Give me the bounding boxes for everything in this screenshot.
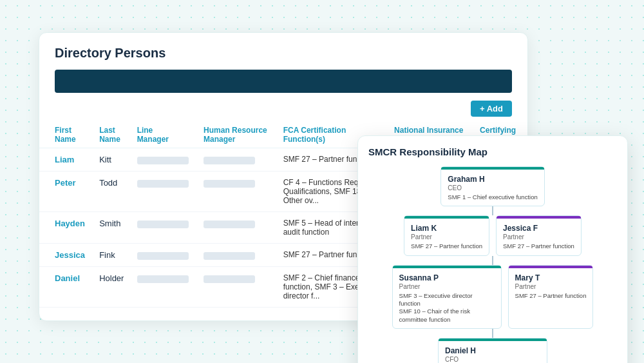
node-func-jessica: SMF 27 – Partner function: [503, 242, 574, 250]
cell-hr-manager: [198, 148, 278, 172]
cell-first-name[interactable]: Liam: [39, 148, 94, 172]
cell-hr-manager: [198, 244, 278, 267]
add-button[interactable]: + Add: [471, 101, 512, 117]
search-bar[interactable]: [55, 70, 512, 93]
col-line-manager: LineManager: [132, 122, 198, 148]
cell-first-name[interactable]: Hayden: [39, 212, 94, 244]
node-name-daniel: Daniel H: [445, 346, 540, 355]
node-bar-mary: [509, 266, 593, 268]
node-role-mary: Partner: [515, 283, 587, 290]
node-bar-jessica: [497, 216, 581, 219]
cell-last-name: Fink: [94, 244, 132, 267]
node-bar-susanna: [393, 266, 501, 268]
node-role-daniel: CFO: [445, 356, 540, 363]
connector-1: [492, 206, 493, 215]
org-chart: Graham H CEO SMF 1 – Chief executive fun…: [368, 166, 617, 363]
cell-hr-manager: [198, 267, 278, 308]
cell-last-name: Holder: [94, 267, 132, 308]
cell-last-name: Todd: [94, 172, 132, 212]
connector-2: [492, 256, 493, 265]
cell-last-name: Smith: [94, 212, 132, 244]
node-name-liam: Liam K: [411, 224, 482, 233]
cell-first-name[interactable]: Daniel: [39, 267, 94, 308]
node-bar-graham: [441, 167, 544, 170]
org-row-level3: Susanna P Partner SMF 3 – Executive dire…: [392, 265, 594, 329]
col-hr-manager: Human ResourceManager: [198, 122, 278, 148]
node-role-jessica: Partner: [503, 233, 574, 240]
cell-line-manager: [132, 244, 198, 267]
node-role-susanna: Partner: [399, 283, 495, 290]
node-func-graham: SMF 1 – Chief executive function: [448, 193, 537, 201]
cell-line-manager: [132, 148, 198, 172]
col-last-name: LastName: [94, 122, 132, 148]
node-name-mary: Mary T: [515, 273, 587, 282]
cell-line-manager: [132, 212, 198, 244]
node-bar-liam: [404, 216, 489, 219]
org-node-susanna: Susanna P Partner SMF 3 – Executive dire…: [392, 265, 502, 329]
node-name-susanna: Susanna P: [399, 273, 495, 282]
org-node-mary: Mary T Partner SMF 27 – Partner function: [508, 265, 594, 329]
node-func-liam: SMF 27 – Partner function: [411, 242, 482, 250]
cell-last-name: Kitt: [94, 148, 132, 172]
cell-first-name[interactable]: Peter: [39, 172, 94, 212]
node-func-mary: SMF 27 – Partner function: [515, 292, 587, 300]
smcr-panel: SMCR Responsibility Map Graham H CEO SMF…: [357, 135, 628, 363]
org-node-daniel: Daniel H CFO SMF 2 – Chief finance funct…: [438, 338, 547, 363]
node-name-graham: Graham H: [448, 175, 537, 184]
org-node-graham: Graham H CEO SMF 1 – Chief executive fun…: [440, 166, 544, 206]
node-name-jessica: Jessica F: [503, 224, 574, 233]
connector-3: [492, 329, 493, 338]
node-bar-daniel: [439, 338, 547, 341]
cell-hr-manager: [198, 212, 278, 244]
node-func-susanna: SMF 3 – Executive director functionSMF 1…: [399, 292, 495, 324]
cell-hr-manager: [198, 172, 278, 212]
col-first-name: FirstName: [39, 122, 94, 148]
panel-title: Directory Persons: [39, 33, 527, 70]
cell-first-name[interactable]: Jessica: [39, 244, 94, 267]
node-role-graham: CEO: [448, 184, 537, 191]
cell-line-manager: [132, 172, 198, 212]
cell-line-manager: [132, 267, 198, 308]
node-role-liam: Partner: [411, 233, 482, 240]
org-row-level2: Liam K Partner SMF 27 – Partner function…: [404, 215, 582, 255]
smcr-title: SMCR Responsibility Map: [368, 146, 617, 157]
org-node-liam: Liam K Partner SMF 27 – Partner function: [404, 215, 489, 255]
org-node-jessica: Jessica F Partner SMF 27 – Partner funct…: [496, 215, 582, 255]
